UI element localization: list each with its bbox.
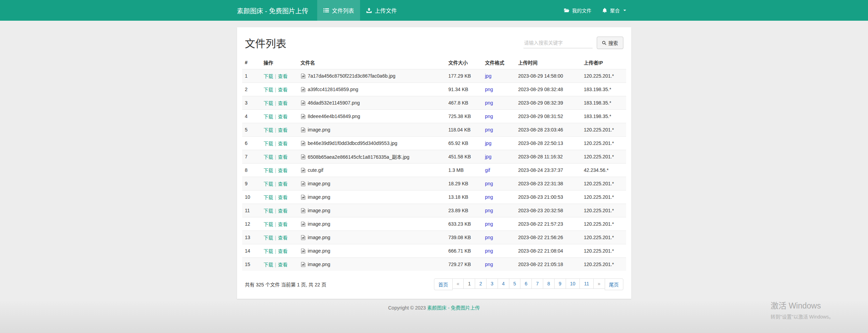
download-link[interactable]: 下载 [264, 87, 273, 92]
format-link[interactable]: png [485, 248, 493, 254]
download-link[interactable]: 下载 [264, 74, 273, 79]
format-link[interactable]: png [485, 262, 493, 267]
cell-ip: 120.225.201.* [581, 137, 626, 150]
format-link[interactable]: gif [485, 167, 490, 173]
page-button-9[interactable]: 9 [554, 278, 566, 289]
filename-text: 8deee46e4b145849.png [308, 114, 360, 119]
image-file-icon [301, 248, 306, 254]
cell-filename: image.png [298, 204, 446, 217]
format-link[interactable]: png [485, 208, 493, 213]
view-link[interactable]: 查看 [278, 208, 287, 214]
view-link[interactable]: 查看 [278, 248, 287, 254]
nav-item-my-files[interactable]: 我的文件 [559, 0, 597, 21]
footer-site-link[interactable]: 素颜图床 - 免费图片上传 [427, 305, 480, 311]
table-row: 14下载|查看image.png666.71 KBpng2023-08-22 2… [242, 244, 626, 258]
view-link[interactable]: 查看 [278, 262, 287, 267]
page-button-8[interactable]: 8 [543, 278, 555, 289]
page-button-4[interactable]: 4 [498, 278, 509, 289]
view-link[interactable]: 查看 [278, 100, 287, 106]
table-row: 8下载|查看cute.gif1.3 MBgif2023-08-24 23:37:… [242, 164, 626, 177]
image-file-icon [301, 195, 306, 200]
search-input[interactable] [523, 38, 593, 48]
pagination-summary: 共有 325 个文件 当前第 1 页, 共 22 页 [245, 281, 327, 288]
pagination-item: 尾页 [605, 278, 623, 290]
page-button-11[interactable]: 11 [579, 278, 594, 289]
cell-time: 2023-08-28 22:50:13 [516, 137, 581, 150]
page-button-2[interactable]: 2 [475, 278, 487, 289]
cell-time: 2023-08-28 11:16:32 [516, 150, 581, 164]
table-row: 1下载|查看7a17da456c8750f221d3c867fac0a6b.jp… [242, 69, 626, 83]
download-link[interactable]: 下载 [264, 114, 273, 119]
download-link[interactable]: 下载 [264, 127, 273, 133]
cell-index: 3 [242, 96, 261, 110]
download-link[interactable]: 下载 [264, 168, 273, 173]
table-row: 11下载|查看image.png23.89 KBpng2023-08-23 20… [242, 204, 626, 217]
bell-icon [602, 8, 607, 13]
search-button[interactable]: 搜索 [597, 37, 623, 49]
download-link[interactable]: 下载 [264, 248, 273, 254]
page-button-7[interactable]: 7 [531, 278, 543, 289]
table-row: 9下载|查看image.png18.29 KBpng2023-08-23 22:… [242, 177, 626, 190]
download-link[interactable]: 下载 [264, 195, 273, 200]
watermark-subtitle: 转到"设置"以激活 Windows。 [771, 313, 834, 320]
view-link[interactable]: 查看 [278, 168, 287, 173]
cell-size: 1.3 MB [446, 164, 482, 177]
format-link[interactable]: png [485, 221, 493, 227]
page-button-3[interactable]: 3 [486, 278, 498, 289]
format-link[interactable]: png [485, 235, 493, 240]
view-link[interactable]: 查看 [278, 195, 287, 200]
download-link[interactable]: 下载 [264, 141, 273, 146]
download-link[interactable]: 下载 [264, 235, 273, 241]
cell-time: 2023-08-22 21:57:23 [516, 217, 581, 231]
cell-actions: 下载|查看 [261, 177, 298, 190]
view-link[interactable]: 查看 [278, 235, 287, 241]
pagination-item: 10 [566, 278, 580, 290]
view-link[interactable]: 查看 [278, 74, 287, 79]
filename-text: image.png [308, 208, 330, 213]
format-link[interactable]: jpg [485, 73, 492, 79]
format-link[interactable]: jpg [485, 140, 492, 146]
view-link[interactable]: 查看 [278, 141, 287, 146]
download-link[interactable]: 下载 [264, 222, 273, 227]
brand-link[interactable]: 素颜图床 - 免费图片上传 [237, 0, 309, 21]
download-link[interactable]: 下载 [264, 154, 273, 160]
cell-actions: 下载|查看 [261, 150, 298, 164]
page-button-6[interactable]: 6 [520, 278, 532, 289]
view-link[interactable]: 查看 [278, 114, 287, 119]
download-link[interactable]: 下载 [264, 208, 273, 214]
view-link[interactable]: 查看 [278, 154, 287, 160]
nav-item-upload[interactable]: 上传文件 [360, 0, 403, 21]
download-link[interactable]: 下载 [264, 181, 273, 187]
format-link[interactable]: png [485, 181, 493, 186]
nav-item-aggregate[interactable]: 聚合 [597, 0, 631, 21]
cell-time: 2023-08-23 21:00:53 [516, 190, 581, 204]
filename-text: image.png [308, 248, 330, 254]
nav-item-file-list[interactable]: 文件列表 [317, 0, 360, 21]
cell-actions: 下载|查看 [261, 96, 298, 110]
format-link[interactable]: png [485, 194, 493, 200]
cell-size: 739.08 KB [446, 231, 482, 244]
format-link[interactable]: png [485, 127, 493, 133]
view-link[interactable]: 查看 [278, 87, 287, 92]
page-button-首页[interactable]: 首页 [434, 278, 453, 290]
cell-actions: 下载|查看 [261, 204, 298, 217]
view-link[interactable]: 查看 [278, 127, 287, 133]
format-link[interactable]: png [485, 114, 493, 119]
cell-actions: 下载|查看 [261, 217, 298, 231]
format-link[interactable]: png [485, 87, 493, 92]
list-icon [323, 8, 329, 13]
pagination-item: 4 [498, 278, 509, 290]
cell-time: 2023-08-22 21:56:26 [516, 231, 581, 244]
view-link[interactable]: 查看 [278, 222, 287, 227]
download-link[interactable]: 下载 [264, 262, 273, 267]
view-link[interactable]: 查看 [278, 181, 287, 187]
col-header-index: # [242, 56, 261, 69]
page-button-5[interactable]: 5 [509, 278, 521, 289]
cell-actions: 下载|查看 [261, 258, 298, 271]
format-link[interactable]: jpg [485, 154, 492, 159]
page-button-10[interactable]: 10 [566, 278, 580, 289]
action-separator: | [275, 235, 276, 241]
page-button-尾页[interactable]: 尾页 [605, 278, 623, 290]
format-link[interactable]: png [485, 100, 493, 106]
download-link[interactable]: 下载 [264, 100, 273, 106]
